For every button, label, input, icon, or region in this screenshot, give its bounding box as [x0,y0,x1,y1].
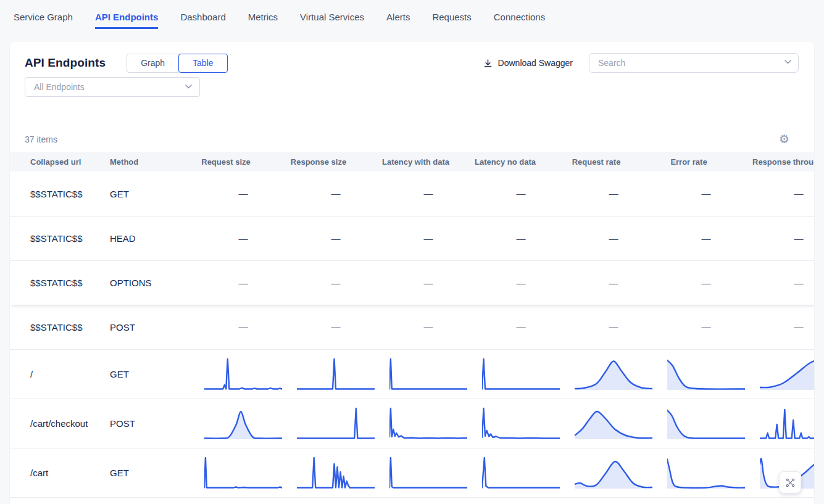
sparkline-chart[interactable] [475,350,567,399]
download-icon [483,59,493,68]
sparkline-chart[interactable] [289,399,382,448]
sparkline-chart[interactable] [382,350,475,399]
column-header[interactable]: Request rate [567,157,660,167]
no-data-dash: — [609,233,618,244]
empty-metric-cell: — [197,321,289,333]
table-row[interactable]: $$STATIC$$HEAD——————— [10,216,814,260]
sparkline-chart[interactable] [752,399,814,448]
endpoint-url: / [10,369,89,379]
empty-metric-cell: — [567,233,660,244]
column-header[interactable]: Response throughput [752,157,814,167]
column-header[interactable]: Response size [289,157,382,167]
endpoint-url: /cart [10,468,89,478]
endpoint-method: GET [89,369,197,379]
chevron-down-icon[interactable] [784,60,791,64]
empty-metric-cell: — [197,188,289,199]
nav-item-virtual-services[interactable]: Virtual Services [300,6,364,29]
column-header[interactable]: Latency no data [475,157,567,167]
no-data-dash: — [702,278,711,288]
column-header[interactable]: Error rate [660,157,752,167]
settings-gear-icon[interactable]: ⚙ [779,133,789,145]
no-data-dash: — [239,278,248,288]
endpoint-method: HEAD [89,233,197,244]
nav-item-service-graph[interactable]: Service Graph [14,6,73,29]
nav-item-alerts[interactable]: Alerts [386,6,410,29]
sparkline-chart[interactable] [752,350,814,399]
empty-metric-cell: — [475,188,567,199]
search-box [589,53,799,73]
column-header[interactable]: Method [89,157,197,167]
table-row[interactable]: $$STATIC$$POST——————— [10,305,814,349]
items-count: 37 items [25,134,57,144]
sparkline-chart[interactable] [197,448,289,497]
table-view-button[interactable]: Table [178,54,227,73]
sparkline-chart[interactable] [382,448,475,497]
search-input[interactable] [589,53,799,73]
table-row[interactable]: $$STATIC$$GET——————— [10,171,814,216]
empty-metric-cell: — [752,321,814,333]
sparkline-chart[interactable] [567,399,660,448]
no-data-dash: — [424,188,433,199]
endpoint-method: GET [89,468,197,478]
table-row[interactable]: /GET [10,349,814,399]
column-header[interactable]: Collapsed url [10,157,89,167]
no-data-dash: — [517,188,526,199]
no-data-dash: — [609,188,618,199]
column-header[interactable]: Latency with data [382,157,475,167]
endpoint-method: POST [89,418,197,429]
nav-item-connections[interactable]: Connections [494,6,545,29]
nav-item-dashboard[interactable]: Dashboard [180,6,225,29]
empty-metric-cell: — [660,233,752,244]
endpoint-url: $$STATIC$$ [10,322,89,333]
no-data-dash: — [331,278,341,288]
table-row[interactable]: $$STATIC$$OPTIONS——————— [10,260,814,305]
download-swagger-button[interactable]: Download Swagger [483,58,573,68]
no-data-dash: — [424,321,433,332]
sparkline-chart[interactable] [660,350,752,399]
empty-metric-cell: — [382,188,475,199]
top-nav: Service GraphAPI EndpointsDashboardMetri… [0,0,824,35]
expand-chart-button[interactable] [779,471,801,494]
sparkline-chart[interactable] [475,399,567,448]
sparkline-chart[interactable] [197,399,289,448]
nav-item-api-endpoints[interactable]: API Endpoints [95,6,159,29]
column-header[interactable]: Request size [197,157,289,167]
sparkline-chart[interactable] [475,448,567,497]
sparkline-chart[interactable] [567,350,660,399]
endpoint-method: OPTIONS [89,278,197,288]
panel-header: API Endpoints Graph Table Download Swagg… [25,53,799,73]
sparkline-chart[interactable] [567,448,660,497]
sparkline-chart[interactable] [382,399,475,448]
no-data-dash: — [331,188,341,199]
sparkline-chart[interactable] [660,399,752,448]
no-data-dash: — [424,278,433,288]
no-data-dash: — [239,233,248,244]
empty-metric-cell: — [752,278,814,289]
endpoint-filter-select[interactable]: All Endpoints [25,77,200,97]
table-header: Collapsed urlMethodRequest sizeResponse … [10,152,814,171]
move-expand-icon [785,477,796,488]
endpoint-url: $$STATIC$$ [10,278,89,288]
no-data-dash: — [517,233,526,244]
table-row[interactable]: /cart/checkoutPOST [10,399,814,448]
empty-metric-cell: — [382,278,475,289]
no-data-dash: — [331,321,341,332]
nav-item-metrics[interactable]: Metrics [248,6,278,29]
empty-metric-cell: — [475,233,567,244]
sparkline-chart[interactable] [289,448,382,497]
table-row[interactable]: /cartGET [10,448,814,497]
empty-metric-cell: — [197,278,289,289]
endpoint-url: $$STATIC$$ [10,233,89,244]
graph-view-button[interactable]: Graph [127,54,179,73]
sparkline-chart[interactable] [289,350,382,399]
no-data-dash: — [331,233,341,244]
no-data-dash: — [794,321,804,332]
sparkline-chart[interactable] [197,350,289,399]
empty-metric-cell: — [752,188,814,199]
empty-metric-cell: — [289,233,382,244]
sparkline-chart[interactable] [660,448,752,497]
no-data-dash: — [517,278,526,288]
download-swagger-label: Download Swagger [498,58,573,68]
empty-metric-cell: — [660,188,752,199]
nav-item-requests[interactable]: Requests [432,6,471,29]
